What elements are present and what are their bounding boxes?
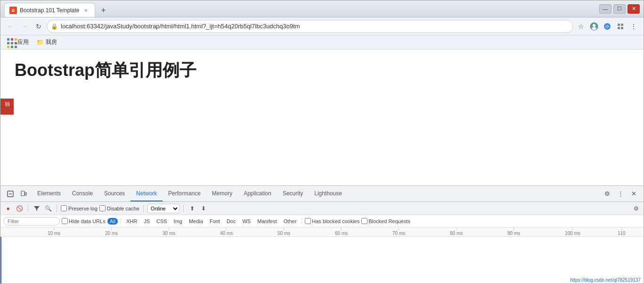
new-tab-button[interactable]: + bbox=[97, 4, 110, 17]
filter-manifest-button[interactable]: Manifest bbox=[255, 218, 279, 225]
sync-button[interactable]: ⟳ bbox=[601, 20, 613, 33]
filter-xhr-button[interactable]: XHR bbox=[124, 218, 139, 225]
blocked-requests-label[interactable]: Blocked Requests bbox=[361, 218, 410, 224]
bookmark-star-button[interactable]: ☆ bbox=[575, 20, 587, 33]
tab-application[interactable]: Application bbox=[238, 186, 277, 201]
filter-bar: Hide data URLs All XHR JS CSS Img Media … bbox=[0, 215, 644, 227]
apps-icon bbox=[7, 38, 16, 47]
filter-toggle-button[interactable] bbox=[32, 204, 41, 213]
disable-cache-label[interactable]: Disable cache bbox=[99, 205, 139, 211]
back-button[interactable]: ← bbox=[4, 20, 16, 33]
filter-media-button[interactable]: Media bbox=[187, 218, 205, 225]
toolbar-divider-4 bbox=[183, 205, 184, 212]
ruler-mark-50ms: 50 ms bbox=[277, 228, 290, 236]
title-bar: B Bootstrap 101 Template × + — ☐ ✕ bbox=[0, 0, 644, 17]
hide-data-urls-text: Hide data URLs bbox=[69, 218, 106, 224]
ruler-mark-80ms: 80 ms bbox=[450, 228, 463, 236]
main-content: Bootstrap简单引用例子 bbox=[0, 50, 644, 185]
tab-sources[interactable]: Sources bbox=[98, 186, 130, 201]
ruler-mark-70ms: 70 ms bbox=[392, 228, 405, 236]
nav-right-icons: ☆ ⟳ ⋮ bbox=[575, 20, 640, 33]
svg-rect-11 bbox=[21, 191, 24, 196]
tab-performance[interactable]: Performance bbox=[163, 186, 206, 201]
filter-font-button[interactable]: Font bbox=[207, 218, 222, 225]
sidebar-tab-1[interactable]: 编 bbox=[0, 99, 14, 107]
extensions-button[interactable] bbox=[614, 20, 627, 33]
forward-button[interactable]: → bbox=[18, 20, 31, 33]
tab-memory[interactable]: Memory bbox=[206, 186, 238, 201]
ruler-mark-60ms: 60 ms bbox=[335, 228, 348, 236]
import-button[interactable]: ⬆ bbox=[187, 204, 197, 213]
tab-console[interactable]: Console bbox=[66, 186, 98, 201]
apps-label: 应用 bbox=[17, 38, 29, 46]
tab-elements[interactable]: Elements bbox=[32, 186, 66, 201]
blocked-cookies-text: Has blocked cookies bbox=[312, 218, 359, 224]
address-text: localhost:63342/javaStudy/bootstrap/html… bbox=[61, 23, 568, 30]
tab-security[interactable]: Security bbox=[277, 186, 309, 201]
toolbar-divider-3 bbox=[143, 205, 144, 212]
blocked-requests-checkbox[interactable] bbox=[361, 218, 367, 224]
devtools-right-icons: ⚙ ⋮ ✕ bbox=[599, 186, 642, 201]
devtools-settings-button[interactable]: ⚙ bbox=[601, 188, 613, 200]
search-button[interactable]: 🔍 bbox=[43, 204, 53, 213]
preserve-log-label[interactable]: Preserve log bbox=[61, 205, 98, 211]
filter-input[interactable] bbox=[3, 217, 60, 226]
hide-data-urls-label[interactable]: Hide data URLs bbox=[62, 218, 106, 224]
apps-bookmark[interactable]: 应用 bbox=[4, 37, 32, 48]
toolbar-divider-2 bbox=[57, 205, 57, 212]
tab-network[interactable]: Network bbox=[130, 186, 163, 201]
tab-title: Bootstrap 101 Template bbox=[20, 7, 80, 14]
svg-rect-5 bbox=[618, 24, 620, 26]
svg-rect-12 bbox=[25, 192, 26, 195]
network-settings-button[interactable]: ⚙ bbox=[631, 204, 641, 213]
active-tab[interactable]: B Bootstrap 101 Template × bbox=[4, 3, 95, 17]
profile-button[interactable] bbox=[588, 20, 600, 33]
blocked-requests-text: Blocked Requests bbox=[368, 218, 410, 224]
filter-other-button[interactable]: Other bbox=[281, 218, 299, 225]
device-toolbar-button[interactable] bbox=[17, 188, 30, 200]
close-button[interactable]: ✕ bbox=[628, 4, 640, 14]
svg-text:⟳: ⟳ bbox=[605, 24, 610, 29]
minimize-button[interactable]: — bbox=[599, 4, 611, 14]
timeline-ruler: 10 ms 20 ms 30 ms 40 ms 50 ms 60 ms 70 m… bbox=[0, 227, 644, 237]
devtools-customize-button[interactable]: ⋮ bbox=[614, 188, 627, 200]
filter-ws-button[interactable]: WS bbox=[240, 218, 253, 225]
bookmarks-bar: 应用 📁 我房 bbox=[0, 35, 644, 50]
nav-bar: ← → ↻ 🔒 localhost:63342/javaStudy/bootst… bbox=[0, 17, 644, 35]
page-content-area: Bootstrap简单引用例子 bbox=[0, 50, 644, 92]
blocked-cookies-label[interactable]: Has blocked cookies bbox=[305, 218, 359, 224]
maximize-button[interactable]: ☐ bbox=[613, 4, 626, 14]
devtools-tab-list: Elements Console Sources Network Perform… bbox=[32, 186, 599, 201]
tab-close-button[interactable]: × bbox=[82, 7, 90, 14]
svg-rect-7 bbox=[618, 27, 620, 29]
reload-button[interactable]: ↻ bbox=[33, 20, 45, 33]
throttle-select[interactable]: Online Fast 3G Slow 3G Offline bbox=[147, 204, 179, 213]
preserve-log-checkbox[interactable] bbox=[61, 205, 67, 211]
network-toolbar: ● 🚫 🔍 Preserve log Disable cache bbox=[0, 202, 644, 215]
sidebar-tab-2[interactable]: 辑 bbox=[0, 107, 14, 115]
hide-data-urls-checkbox[interactable] bbox=[62, 218, 68, 224]
timeline-content bbox=[0, 237, 644, 284]
filter-css-button[interactable]: CSS bbox=[154, 218, 170, 225]
tab-strip: B Bootstrap 101 Template × + bbox=[4, 0, 597, 17]
ruler-mark-10ms: 10 ms bbox=[48, 228, 60, 236]
export-button[interactable]: ⬇ bbox=[199, 204, 208, 213]
stop-recording-button[interactable]: 🚫 bbox=[15, 204, 24, 213]
folder-bookmark[interactable]: 📁 我房 bbox=[33, 37, 60, 47]
folder-label: 我房 bbox=[46, 38, 57, 46]
svg-rect-6 bbox=[621, 24, 623, 26]
menu-button[interactable]: ⋮ bbox=[628, 20, 640, 33]
page-heading: Bootstrap简单引用例子 bbox=[15, 59, 629, 82]
filter-all-button[interactable]: All bbox=[107, 218, 118, 225]
blocked-cookies-checkbox[interactable] bbox=[305, 218, 311, 224]
filter-img-button[interactable]: Img bbox=[171, 218, 185, 225]
filter-js-button[interactable]: JS bbox=[141, 218, 152, 225]
disable-cache-checkbox[interactable] bbox=[99, 205, 106, 211]
devtools-close-button[interactable]: ✕ bbox=[628, 188, 640, 200]
ruler-mark-20ms: 20 ms bbox=[105, 228, 118, 236]
timeline-cursor bbox=[0, 237, 1, 284]
svg-rect-8 bbox=[621, 27, 623, 29]
filter-doc-button[interactable]: Doc bbox=[224, 218, 238, 225]
address-bar[interactable]: 🔒 localhost:63342/javaStudy/bootstrap/ht… bbox=[47, 20, 573, 33]
tab-lighthouse[interactable]: Lighthouse bbox=[309, 186, 348, 201]
